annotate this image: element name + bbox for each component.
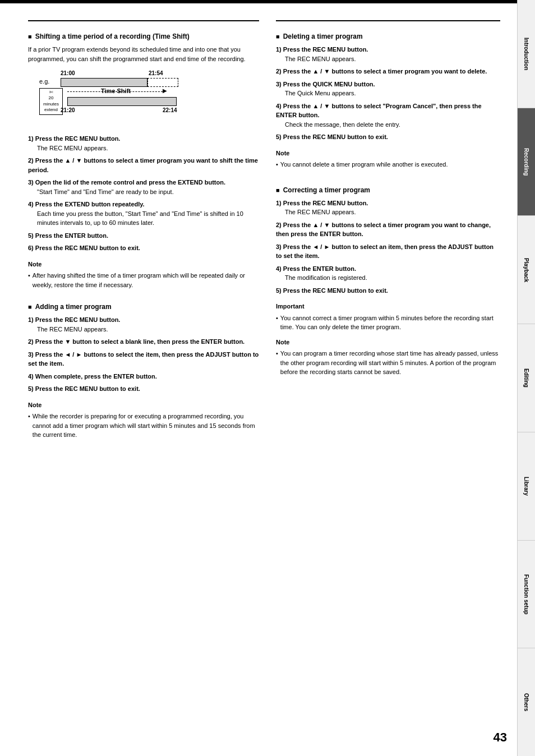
- timeline-top-solid: [61, 78, 147, 87]
- time-end-label: 21:54: [149, 70, 163, 76]
- correct-timer-section: Correcting a timer program 1) Press the …: [276, 186, 500, 377]
- step-1-sub: The REC MENU appears.: [37, 144, 259, 153]
- note-item-add: While the recorder is preparing for or e…: [28, 412, 259, 440]
- add-step-4-text: When complete, press the ENTER button.: [35, 373, 157, 380]
- add-timer-header: Adding a timer program: [28, 303, 259, 311]
- correct-important: Important You cannot correct a timer pro…: [276, 302, 500, 332]
- cor-step-1-text: Press the REC MENU button.: [283, 200, 368, 206]
- cor-step-4: 4) Press the ENTER button. The modificat…: [276, 264, 500, 283]
- del-step-1-text: Press the REC MENU button.: [283, 46, 368, 53]
- delete-note-item: You cannot delete a timer program while …: [276, 160, 500, 169]
- tab-function-setup[interactable]: Function setup: [518, 541, 535, 649]
- del-step-4: 4) Press the ▲ / ▼ buttons to select "Pr…: [276, 102, 500, 130]
- step-6: 6) Press the REC MENU button to exit.: [28, 243, 259, 253]
- step-4: 4) Press the EXTEND button repeatedly. E…: [28, 200, 259, 228]
- del-step-3-sub: The Quick Menu appears.: [285, 89, 500, 98]
- diagram-eg-label: e.g.: [39, 78, 49, 85]
- step-3-text: Open the lid of the remote control and p…: [35, 179, 225, 186]
- correct-note: Note You can program a timer recording w…: [276, 338, 500, 377]
- cor-step-2-text: Press the ▲ / ▼ buttons to select a time…: [276, 222, 491, 238]
- time-shift-section: Shifting a time period of a recording (T…: [28, 33, 259, 289]
- step-2: 2) Press the ▲ / ▼ buttons to select a t…: [28, 156, 259, 174]
- add-timer-steps: 1) Press the REC MENU button. The REC ME…: [28, 315, 259, 394]
- time-shift-title: Shifting a time period of a recording (T…: [35, 33, 190, 40]
- extend-icon: ✄ 20 minutes extend: [39, 88, 63, 115]
- add-step-1-sub: The REC MENU appears.: [37, 325, 259, 334]
- page-number: 43: [494, 730, 507, 745]
- cor-step-4-text: Press the ENTER button.: [283, 265, 356, 272]
- time-shift-intro: If a prior TV program extends beyond its…: [28, 45, 259, 63]
- add-timer-section: Adding a timer program 1) Press the REC …: [28, 303, 259, 440]
- add-step-3-text: Press the ◄ / ► buttons to select the it…: [28, 351, 259, 367]
- step-4-sub: Each time you press the button, "Start T…: [37, 209, 259, 228]
- correct-note-title: Note: [276, 338, 500, 347]
- main-content: Shifting a time period of a recording (T…: [0, 3, 517, 756]
- delete-timer-title: Deleting a timer program: [283, 33, 363, 40]
- correct-timer-steps: 1) Press the REC MENU button. The REC ME…: [276, 199, 500, 296]
- cor-step-3: 3) Press the ◄ / ► button to select an i…: [276, 242, 500, 261]
- add-timer-note: Note While the recorder is preparing for…: [28, 400, 259, 440]
- tab-recording[interactable]: Recording: [518, 108, 535, 216]
- step-1: 1) Press the REC MENU button. The REC ME…: [28, 134, 259, 153]
- step-5-text: Press the ENTER button.: [35, 232, 108, 239]
- cor-step-1: 1) Press the REC MENU button. The REC ME…: [276, 199, 500, 217]
- time-bottom-start-label: 21:20: [61, 107, 75, 113]
- delete-note: Note You cannot delete a timer program w…: [276, 149, 500, 169]
- cor-step-4-sub: The modification is registered.: [285, 273, 500, 283]
- side-tabs: Introduction Recording Playback Editing …: [517, 0, 535, 756]
- del-step-5: 5) Press the REC MENU button to exit.: [276, 132, 500, 142]
- cor-step-2: 2) Press the ▲ / ▼ buttons to select a t…: [276, 220, 500, 239]
- note-title-add: Note: [28, 400, 259, 410]
- delete-timer-steps: 1) Press the REC MENU button. The REC ME…: [276, 45, 500, 142]
- del-step-3: 3) Press the QUICK MENU button. The Quic…: [276, 80, 500, 98]
- step-1-text: Press the REC MENU button.: [35, 135, 121, 142]
- del-step-2: 2) Press the ▲ / ▼ buttons to select a t…: [276, 67, 500, 76]
- step-3-sub: "Start Time" and "End Time" are ready to…: [37, 187, 259, 197]
- del-step-2-text: Press the ▲ / ▼ buttons to select a time…: [283, 68, 487, 75]
- add-step-2: 2) Press the ▼ button to select a blank …: [28, 337, 259, 347]
- time-shift-diagram: e.g. 21:00 21:54 ▶ Time Shift: [39, 70, 207, 126]
- important-title: Important: [276, 302, 500, 311]
- page-container: Introduction Recording Playback Editing …: [0, 0, 535, 756]
- add-step-1: 1) Press the REC MENU button. The REC ME…: [28, 315, 259, 334]
- top-rule: [28, 20, 259, 21]
- tab-editing[interactable]: Editing: [518, 324, 535, 432]
- del-step-3-text: Press the QUICK MENU button.: [283, 81, 375, 87]
- time-start-label: 21:00: [61, 70, 75, 76]
- cor-step-1-sub: The REC MENU appears.: [285, 208, 500, 217]
- correct-timer-title: Correcting a timer program: [283, 186, 370, 194]
- add-step-2-text: Press the ▼ button to select a blank lin…: [35, 338, 245, 345]
- top-rule-right: [276, 20, 500, 21]
- tab-others[interactable]: Others: [518, 648, 535, 756]
- time-shift-steps: 1) Press the REC MENU button. The REC ME…: [28, 134, 259, 253]
- delete-note-title: Note: [276, 149, 500, 158]
- extend-label: 20 minutes extend: [43, 95, 59, 112]
- left-column: Shifting a time period of a recording (T…: [28, 20, 259, 734]
- step-5: 5) Press the ENTER button.: [28, 231, 259, 241]
- scissors-icon: ✄: [49, 90, 53, 95]
- correct-note-item: You can program a timer recording whose …: [276, 349, 500, 377]
- tab-introduction[interactable]: Introduction: [518, 0, 535, 108]
- timeline-bottom: [67, 97, 177, 106]
- important-item: You cannot correct a timer program withi…: [276, 314, 500, 332]
- add-step-5: 5) Press the REC MENU button to exit.: [28, 384, 259, 394]
- correct-timer-header: Correcting a timer program: [276, 186, 500, 194]
- delete-timer-header: Deleting a timer program: [276, 33, 500, 40]
- del-step-4-text: Press the ▲ / ▼ buttons to select "Progr…: [276, 103, 482, 119]
- step-6-text: Press the REC MENU button to exit.: [35, 245, 140, 251]
- del-step-5-text: Press the REC MENU button to exit.: [283, 133, 388, 140]
- del-step-4-sub: Check the message, then delete the entry…: [285, 120, 500, 130]
- cor-step-5-text: Press the REC MENU button to exit.: [283, 287, 388, 294]
- add-timer-title: Adding a timer program: [35, 303, 112, 311]
- time-shift-note: Note After having shifted the time of a …: [28, 260, 259, 290]
- step-4-text: Press the EXTEND button repeatedly.: [35, 201, 145, 208]
- tab-library[interactable]: Library: [518, 432, 535, 541]
- time-shift-header: Shifting a time period of a recording (T…: [28, 33, 259, 40]
- tab-playback[interactable]: Playback: [518, 216, 535, 324]
- note-title-1: Note: [28, 260, 259, 269]
- delete-timer-section: Deleting a timer program 1) Press the RE…: [276, 33, 500, 169]
- cor-step-3-text: Press the ◄ / ► button to select an item…: [276, 243, 494, 260]
- del-step-1-sub: The REC MENU appears.: [285, 54, 500, 64]
- step-2-text: Press the ▲ / ▼ buttons to select a time…: [28, 157, 258, 173]
- time-shift-diagram-label: Time Shift: [101, 87, 131, 94]
